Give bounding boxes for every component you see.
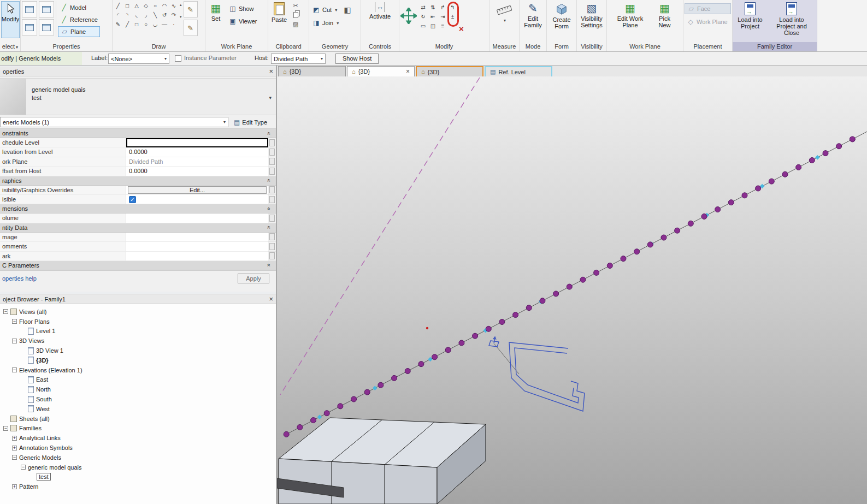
tree-item[interactable]: East <box>0 375 276 385</box>
modify-tool-icon[interactable]: ↰ <box>448 3 457 11</box>
placement-face-button[interactable]: ▱Face <box>685 3 731 14</box>
modify-tool-icon[interactable]: ▭ <box>418 21 428 30</box>
edit-work-plane-button[interactable]: ▦ Edit Work Plane <box>614 1 647 29</box>
parameter-value[interactable]: ✓ <box>126 195 268 204</box>
match-type-button[interactable]: ▨ <box>291 20 300 28</box>
parameter-value[interactable]: 0.0000 <box>126 147 268 157</box>
pick-face-button[interactable]: ✎ <box>184 20 198 36</box>
move-icon[interactable] <box>400 8 417 24</box>
delete-icon[interactable]: × <box>459 24 464 33</box>
apply-button[interactable]: Apply <box>238 274 269 283</box>
expand-plus-icon[interactable]: + <box>12 446 17 450</box>
panel-label-select[interactable]: elect▾ <box>0 42 20 51</box>
tree-item[interactable]: West <box>0 404 276 414</box>
expand-minus-icon[interactable]: − <box>12 339 17 343</box>
tree-item[interactable]: −Floor Plans <box>0 317 276 327</box>
parameter-value[interactable] <box>126 233 268 242</box>
type-selector-combo[interactable]: eneric Models (1)▾ <box>0 117 228 127</box>
view-tab-3d-2-active[interactable]: ⌂{3D}× <box>347 66 415 76</box>
tree-item[interactable]: South <box>0 394 276 404</box>
model-line-button[interactable]: ╱Model <box>58 2 100 13</box>
host-dropdown[interactable]: Divided Path▾ <box>271 54 326 64</box>
draw-tool-icon[interactable]: ◞ <box>141 10 150 19</box>
draw-tool-icon[interactable]: ╱ <box>123 20 132 28</box>
modify-tool-button[interactable]: Modify <box>1 1 20 38</box>
expand-minus-icon[interactable]: − <box>3 309 8 314</box>
tree-item[interactable]: −Generic Models <box>0 453 276 463</box>
view-tab-3d-3[interactable]: ⌂{3D} <box>416 66 483 76</box>
modify-tool-icon[interactable]: ⇅ <box>428 3 438 11</box>
expand-minus-icon[interactable]: − <box>3 426 8 431</box>
edit-type-button[interactable]: ▤Edit Type <box>232 117 269 127</box>
draw-tool-icon[interactable]: ◡ <box>151 20 160 28</box>
create-form-button[interactable]: Create Form <box>548 1 575 31</box>
parameter-section-header[interactable]: raphics» <box>0 176 276 186</box>
associate-parameter-button[interactable] <box>268 233 276 242</box>
tree-item[interactable]: −Elevations (Elevation 1) <box>0 365 276 375</box>
cut-to-clipboard-button[interactable]: ✂ <box>291 1 300 10</box>
associate-parameter-button[interactable] <box>268 195 276 204</box>
3d-viewport-canvas[interactable] <box>277 76 867 504</box>
modify-tool-icon[interactable]: ⇥ <box>438 12 447 21</box>
expand-minus-icon[interactable]: − <box>12 367 17 372</box>
plane-button[interactable]: ▱Plane <box>58 26 100 37</box>
family-category-button[interactable] <box>22 19 37 35</box>
modify-tool-icon[interactable]: ⇄ <box>418 3 428 11</box>
associate-parameter-button[interactable] <box>268 186 276 195</box>
modify-tool-icon[interactable]: · <box>448 21 457 30</box>
draw-scroll-arrows[interactable]: ▴▾ <box>180 1 182 19</box>
draw-tool-icon[interactable]: ◠ <box>160 1 169 10</box>
draw-tool-icon[interactable]: ◟ <box>132 10 141 19</box>
parameter-value[interactable]: 0.0000 <box>126 167 268 176</box>
join-geometry-button[interactable]: ◨Join▾ <box>310 17 341 28</box>
modify-tool-icon[interactable]: ≡ <box>438 21 447 30</box>
view-tab-ref-level[interactable]: ▤Ref. Level <box>485 66 552 76</box>
visible-checkbox[interactable]: ✓ <box>129 196 136 203</box>
associate-parameter-button[interactable] <box>268 252 276 261</box>
load-into-project-button[interactable]: → Load into Project <box>735 1 765 31</box>
expand-minus-icon[interactable]: − <box>12 455 17 460</box>
parameter-value[interactable] <box>126 252 268 261</box>
draw-tool-icon[interactable]: □ <box>132 20 141 28</box>
reference-line-button[interactable]: ╱Reference <box>58 14 100 25</box>
draw-tool-icon[interactable]: ◜ <box>114 10 122 19</box>
draw-tool-icon[interactable]: ↺ <box>160 10 169 19</box>
draw-tool-icon[interactable]: ↷ <box>169 10 178 19</box>
parameter-value[interactable] <box>126 138 268 147</box>
draw-tool-icon[interactable]: ◝ <box>123 10 132 19</box>
parameter-section-header[interactable]: C Parameters» <box>0 261 276 270</box>
show-host-button[interactable]: Show Host <box>335 54 379 64</box>
parameter-value[interactable] <box>126 214 268 223</box>
edit-family-button[interactable]: ✎ Edit Family <box>521 1 545 29</box>
family-parameters-button[interactable] <box>39 19 54 35</box>
expand-plus-icon[interactable]: + <box>12 436 17 441</box>
tree-item[interactable]: −generic model quais <box>0 463 276 472</box>
draw-tool-icon[interactable]: ╱ <box>114 1 122 10</box>
expand-plus-icon[interactable]: + <box>12 484 17 489</box>
associate-parameter-button[interactable] <box>268 167 276 176</box>
draw-tool-icon[interactable]: ✎ <box>114 20 122 28</box>
associate-parameter-button[interactable] <box>268 157 276 167</box>
solid-geometry-button[interactable]: ◧ <box>343 5 352 14</box>
draw-tool-icon[interactable]: ○ <box>151 1 160 10</box>
modify-tool-icon[interactable]: ± <box>448 12 457 21</box>
tree-item[interactable]: +Annotation Symbols <box>0 443 276 453</box>
tree-item[interactable]: Level 1 <box>0 327 276 336</box>
family-types-button[interactable] <box>39 1 54 17</box>
expand-minus-icon[interactable]: − <box>21 465 26 470</box>
parameter-value[interactable]: Edit... <box>126 186 268 195</box>
cut-geometry-button[interactable]: ◩Cut▾ <box>310 4 341 15</box>
tree-item[interactable]: North <box>0 384 276 394</box>
tree-item[interactable]: 3D View 1 <box>0 346 276 355</box>
draw-tool-icon[interactable]: ◇ <box>141 1 150 10</box>
draw-tool-icon[interactable]: ○ <box>141 20 150 28</box>
type-preview[interactable]: generic model quais test ▾ <box>0 78 276 115</box>
tree-item[interactable]: −Families <box>0 424 276 434</box>
properties-help-link[interactable]: operties help <box>2 275 37 282</box>
tree-item[interactable]: Sheets (all) <box>0 414 276 424</box>
instance-parameter-checkbox[interactable] <box>175 55 181 62</box>
modify-tool-icon[interactable]: ↻ <box>418 12 428 21</box>
chevron-down-icon[interactable]: ▾ <box>269 95 272 115</box>
modify-tool-icon[interactable]: ◫ <box>428 21 438 30</box>
pick-lines-button[interactable]: ✎ <box>184 1 198 17</box>
